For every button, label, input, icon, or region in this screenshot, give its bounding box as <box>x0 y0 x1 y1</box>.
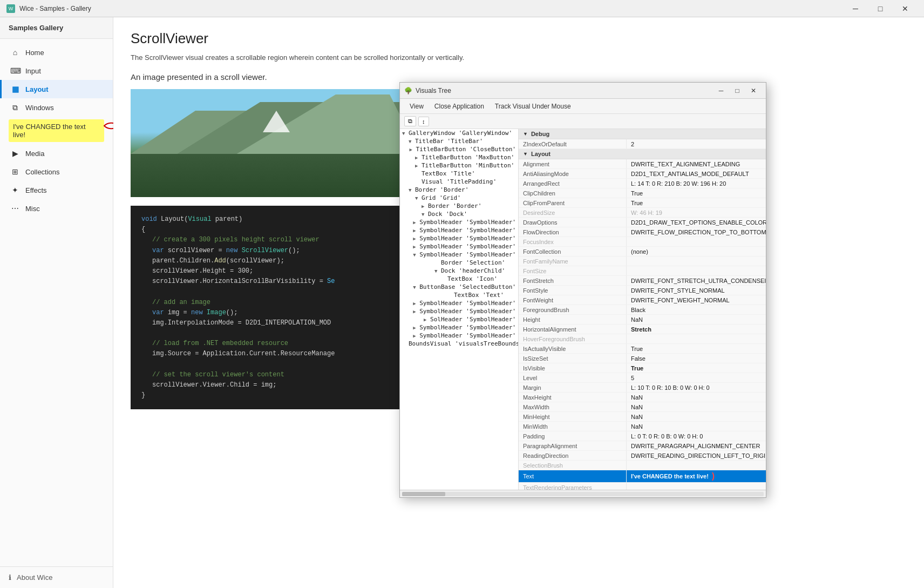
tree-item[interactable]: ▶ SymbolHeader 'SymbolHeader' <box>400 218 518 226</box>
tree-item[interactable]: ▶ BoundsVisual 'visualsTreeBounds' <box>400 340 518 348</box>
prop-name: HoverForegroundBrush <box>519 334 627 343</box>
tree-item-label: TextBox 'Icon' <box>447 275 498 282</box>
prop-name: FlowDirection <box>519 227 627 236</box>
vt-tool-layout-btn[interactable]: ⧉ <box>404 116 416 126</box>
tree-item[interactable]: ▼ SymbolHeader 'SymbolHeader' <box>400 251 518 259</box>
prop-value: True <box>627 344 766 353</box>
props-row: IsActuallyVisible True <box>519 344 766 354</box>
tree-item[interactable]: ▶ SymbolHeader 'SymbolHeader' <box>400 242 518 251</box>
sidebar-item-label: Collections <box>25 168 60 176</box>
vt-tool-sort-btn[interactable]: ↕ <box>418 117 429 126</box>
prop-value: 2 <box>627 139 766 148</box>
prop-value <box>627 237 766 246</box>
prop-name: MaxHeight <box>519 393 627 402</box>
vt-minimize-button[interactable]: ─ <box>713 83 729 98</box>
prop-name: FontSize <box>519 266 627 275</box>
sidebar-item-input[interactable]: ⌨ Input <box>0 62 113 80</box>
props-row: FontStretch DWRITE_FONT_STRETCH_ULTRA_CO… <box>519 276 766 286</box>
sidebar-item-label: Home <box>25 49 44 57</box>
tree-item-label: SymbolHeader 'SymbolHeader' <box>419 219 516 226</box>
tree-item[interactable]: ▶ SymbolHeader 'SymbolHeader' <box>400 299 518 307</box>
tree-item[interactable]: ▼ TitleBar 'TitleBar' <box>400 137 518 145</box>
tree-item[interactable]: ▼ Dock 'headerChild' <box>400 267 518 275</box>
tree-item[interactable]: ▶ SymbolHeader 'SymbolHeader' <box>400 226 518 234</box>
tree-item[interactable]: ▶ SymbolHeader 'SymbolHeader' <box>400 307 518 315</box>
tree-item[interactable]: ▶ TitleBarButton 'MaxButton' <box>400 153 518 161</box>
vt-tree-panel[interactable]: ▼ GalleryWindow 'GalleryWindow' ▼ TitleB… <box>400 129 519 490</box>
title-bar-left: W Wice - Samples - Gallery <box>6 4 91 13</box>
prop-value: L: 14 T: 0 R: 210 B: 20 W: 196 H: 20 <box>627 179 766 188</box>
window-title: Wice - Samples - Gallery <box>19 5 91 12</box>
tree-item[interactable]: ▼ Dock 'Dock' <box>400 210 518 218</box>
props-row: FontFamilyName <box>519 256 766 266</box>
tree-item[interactable]: ▶ SymbolHeader 'SymbolHeader' <box>400 234 518 242</box>
tree-item-label: TitleBar 'TitleBar' <box>415 138 483 145</box>
code-line: parent.Children.Add(scrollViewer); <box>141 256 411 266</box>
props-section-debug[interactable]: ▼ Debug <box>519 129 766 139</box>
props-row: FontStyle DWRITE_FONT_STYLE_NORMAL <box>519 286 766 295</box>
sidebar-item-misc[interactable]: ⋯ Misc <box>0 199 113 218</box>
sidebar-footer: ℹ About Wice <box>0 566 113 588</box>
tree-item-label: TextBox 'Text' <box>454 292 504 299</box>
tree-item[interactable]: ▶ SolHeader 'SymbolHeader' <box>400 315 518 323</box>
prop-name: MaxWidth <box>519 402 627 411</box>
sidebar-item-home[interactable]: ⌂ Home <box>0 43 113 62</box>
prop-name: ReadingDirection <box>519 451 627 460</box>
scroll-thumb[interactable] <box>402 492 445 496</box>
mountain-shape-3 <box>228 94 422 159</box>
sidebar-item-collections[interactable]: ⊞ Collections <box>0 163 113 181</box>
tree-item[interactable]: ─ TextBox 'Text' <box>400 291 518 299</box>
vt-props-panel[interactable]: ▼ Debug ZIndexOrDefault 2 ▼ Layout Align… <box>519 129 766 490</box>
sidebar-item-windows[interactable]: ⧉ Windows <box>0 98 113 117</box>
about-wice-item[interactable]: ℹ About Wice <box>9 573 104 582</box>
maximize-button[interactable]: □ <box>868 0 893 17</box>
props-row-text-selected[interactable]: Text I've CHANGED the text live! ) <box>519 470 766 483</box>
prop-name: FocusIndex <box>519 237 627 246</box>
prop-name: Height <box>519 315 627 324</box>
code-line <box>141 287 411 297</box>
tree-item[interactable]: ─ Border 'Selection' <box>400 259 518 267</box>
prop-value: D2D1_DRAW_TEXT_OPTIONS_ENABLE_COLOR <box>627 218 766 227</box>
sidebar-item-layout[interactable]: ▦ Layout <box>0 80 113 98</box>
tree-item-label: Border 'Border' <box>415 186 468 193</box>
tree-item[interactable]: ▶ Border 'Border' <box>400 202 518 210</box>
sidebar-item-media[interactable]: ▶ Media <box>0 144 113 163</box>
tree-item[interactable]: ▶ Visual 'TitlePadding' <box>400 178 518 186</box>
vt-maximize-button[interactable]: □ <box>729 83 745 98</box>
tree-item[interactable]: ▶ TextBox 'Title' <box>400 170 518 178</box>
tree-item[interactable]: ─ TextBox 'Icon' <box>400 275 518 283</box>
vt-menu-track-visual[interactable]: Track Visual Under Mouse <box>490 100 576 112</box>
close-button[interactable]: ✕ <box>893 0 918 17</box>
prop-name: IsSizeSet <box>519 354 627 363</box>
props-row: MinHeight NaN <box>519 412 766 422</box>
code-line: scrollViewer.Viewer.Child = img; <box>141 380 411 390</box>
tree-item-label: TitleBarButton 'CloseButton' <box>416 146 516 153</box>
sidebar-item-highlighted[interactable]: I've CHANGED the text live! <box>9 119 104 142</box>
code-line: var img = new Image(); <box>141 308 411 318</box>
vt-menu-close-app[interactable]: Close Application <box>429 100 490 112</box>
prop-value-text: I've CHANGED the text live! ) <box>627 470 766 482</box>
minimize-button[interactable]: ─ <box>843 0 868 17</box>
tree-item[interactable]: ▼ Border 'Border' <box>400 186 518 194</box>
tree-item[interactable]: ▶ TitleBarButton 'MinButton' <box>400 161 518 170</box>
prop-name: FontWeight <box>519 295 627 305</box>
props-row: FlowDirection DWRITE_FLOW_DIRECTION_TOP_… <box>519 227 766 237</box>
tree-item[interactable]: ▶ SymbolHeader 'SymbolHeader' <box>400 323 518 332</box>
props-row: DrawOptions D2D1_DRAW_TEXT_OPTIONS_ENABL… <box>519 218 766 227</box>
tree-item[interactable]: ▼ GalleryWindow 'GalleryWindow' <box>400 129 518 137</box>
tree-item-label: Border 'Selection' <box>441 259 505 266</box>
vt-close-button[interactable]: ✕ <box>745 83 762 98</box>
code-line: // set the scroll viewer's content <box>141 370 411 380</box>
tree-item[interactable]: ▶ TitleBarButton 'CloseButton' <box>400 145 518 153</box>
props-row: IsSizeSet False <box>519 354 766 363</box>
vt-menu-view[interactable]: View <box>404 100 429 112</box>
prop-value: DWRITE_FONT_WEIGHT_NORMAL <box>627 295 766 305</box>
prop-name: DesiredSize <box>519 208 627 217</box>
sidebar-item-effects[interactable]: ✦ Effects <box>0 181 113 199</box>
tree-item[interactable]: ▶ SymbolHeader 'SymbolHeader' <box>400 332 518 340</box>
tree-item[interactable]: ▼ Grid 'Grid' <box>400 194 518 202</box>
props-section-layout[interactable]: ▼ Layout <box>519 149 766 159</box>
vt-horizontal-scrollbar[interactable] <box>400 490 766 497</box>
tree-item[interactable]: ▼ ButtonBase 'SelectedButton' <box>400 283 518 291</box>
prop-name: ClipChildren <box>519 188 627 198</box>
